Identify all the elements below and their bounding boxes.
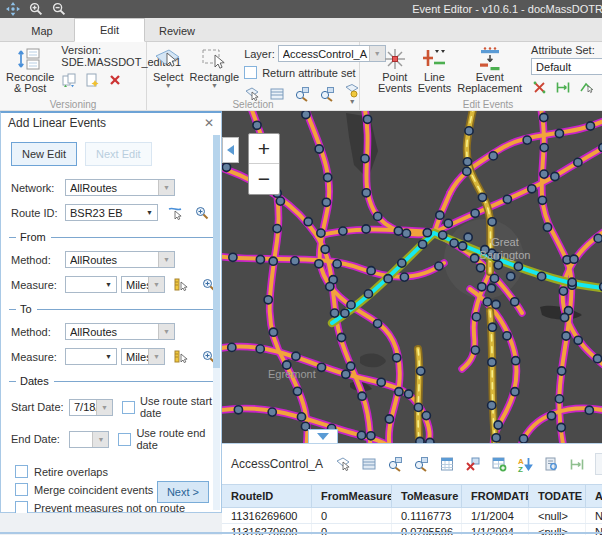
group-versioning: Reconcile & Post Version: SDE.MASSDOT_ed…: [0, 42, 147, 110]
chevron-down-icon: ▼: [101, 277, 116, 292]
table-pan-selection-icon[interactable]: [413, 456, 429, 472]
svg-text:Z: Z: [518, 465, 523, 473]
split-event-icon[interactable]: [531, 79, 547, 95]
collapse-panel-button[interactable]: [222, 137, 239, 163]
close-icon[interactable]: ✕: [204, 116, 214, 130]
merge-coincident-checkbox[interactable]: [15, 483, 28, 496]
table-row[interactable]: 11316269600 0 0.1116773 1/1/2004 <null> …: [222, 508, 602, 524]
field-calculator-icon[interactable]: [439, 456, 455, 472]
event-replacement-button[interactable]: Event Replacement: [454, 44, 525, 97]
to-measure-label: Measure:: [11, 351, 65, 363]
panel-scrollbar[interactable]: [213, 135, 220, 510]
table-show-selected-icon[interactable]: [361, 456, 377, 472]
from-section-separator: From: [9, 231, 213, 243]
new-edit-button[interactable]: New Edit: [11, 142, 77, 166]
table-select-features-icon[interactable]: [335, 456, 351, 472]
zoom-to-route-icon[interactable]: [194, 205, 210, 221]
clear-table-selection-icon[interactable]: [465, 456, 481, 472]
line-events-icon: [421, 45, 447, 72]
label-great: Great: [491, 236, 519, 248]
tab-review[interactable]: Review: [145, 20, 209, 41]
select-icon: [154, 45, 182, 72]
event-range-icon[interactable]: [555, 79, 571, 95]
map-canvas[interactable]: Egremont Great Barrington + −: [222, 111, 602, 443]
label-egremont: Egremont: [268, 368, 316, 380]
end-date-combo[interactable]: ▼: [69, 431, 109, 448]
column-header[interactable]: FromMeasure: [312, 485, 392, 507]
switch-version-icon[interactable]: [61, 72, 77, 88]
add-record-icon[interactable]: [491, 456, 507, 472]
use-route-end-checkbox[interactable]: [118, 433, 131, 446]
point-events-button[interactable]: Point Events: [375, 44, 415, 97]
column-header[interactable]: AC: [586, 485, 602, 507]
route-id-combo[interactable]: BSR23 EB▼: [65, 204, 158, 221]
column-header[interactable]: RouteID: [222, 485, 312, 507]
to-method-select[interactable]: AllRoutes▼: [65, 323, 175, 340]
from-measure-on-map-icon[interactable]: [173, 277, 189, 293]
title-bar: Event Editor - v10.6.1 - docMassDOTR: [0, 0, 602, 18]
chevron-down-icon: [317, 433, 329, 440]
to-measure-on-map-icon[interactable]: [173, 349, 189, 365]
event-replacement-icon: [477, 45, 503, 72]
chevron-down-icon: ▼: [158, 324, 174, 339]
reconcile-post-button[interactable]: Reconcile & Post: [3, 44, 57, 97]
table-toolbar: AccessControl_A: [222, 444, 602, 484]
to-units-select[interactable]: Miles▼: [121, 348, 165, 365]
use-route-start-checkbox[interactable]: [122, 401, 135, 414]
reconcile-post-icon: [17, 45, 43, 72]
map-zoom-in-button[interactable]: +: [249, 134, 279, 164]
select-dropdown-caret: ▼: [165, 83, 172, 89]
select-button[interactable]: Select ▼: [150, 44, 187, 97]
zoom-out-icon[interactable]: [52, 2, 66, 16]
network-label: Network:: [11, 182, 65, 194]
pan-icon[interactable]: [6, 2, 20, 16]
line-events-button[interactable]: Line Events: [415, 44, 455, 97]
identify-record-icon[interactable]: [543, 456, 559, 472]
column-header[interactable]: FROMDATE: [462, 485, 529, 507]
from-method-select[interactable]: AllRoutes▼: [65, 251, 175, 268]
rectangle-button[interactable]: Rectangle ▼: [187, 44, 243, 97]
to-measure-combo[interactable]: ▼: [65, 348, 117, 365]
next-button[interactable]: Next >: [157, 481, 209, 503]
retire-overlaps-checkbox[interactable]: [15, 465, 28, 478]
app-title: Event Editor - v10.6.1 - docMassDOTR: [412, 3, 602, 15]
column-header[interactable]: ToMeasure: [392, 485, 462, 507]
cell: N: [586, 508, 602, 523]
from-measure-combo[interactable]: ▼: [65, 276, 117, 293]
return-attribute-set-checkbox[interactable]: [244, 66, 257, 79]
retire-overlaps-label: Retire overlaps: [34, 466, 108, 478]
chevron-left-icon: [227, 145, 234, 155]
merge-coincident-label: Merge coincident events: [34, 484, 153, 496]
start-date-combo[interactable]: 7/18/▼: [69, 399, 113, 416]
new-version-icon[interactable]: [84, 72, 100, 88]
network-select[interactable]: AllRoutes▼: [65, 179, 175, 196]
group-label-versioning: Versioning: [0, 99, 146, 110]
tab-edit[interactable]: Edit: [74, 18, 145, 42]
use-route-start-label: Use route start date: [140, 395, 221, 419]
table-zoom-selection-icon[interactable]: [387, 456, 403, 472]
end-date-label: End Date:: [11, 433, 69, 445]
collapse-table-button[interactable]: [308, 429, 338, 443]
map-zoom-out-button[interactable]: −: [249, 164, 279, 194]
start-date-label: Start Date:: [11, 401, 69, 413]
select-route-on-map-icon[interactable]: [167, 205, 183, 221]
layer-label: Layer:: [244, 48, 275, 60]
clear-selection-icon: [344, 83, 360, 99]
tab-map[interactable]: Map: [10, 20, 74, 41]
cell: 0.1116773: [392, 508, 462, 523]
add-linear-events-panel: Add Linear Events ✕ New Edit Next Edit N…: [0, 111, 222, 513]
to-method-label: Method:: [11, 326, 65, 338]
from-units-select[interactable]: Miles▼: [121, 276, 165, 293]
table-layer-select[interactable]: AccessControl_A: [231, 457, 323, 471]
table-range-icon[interactable]: [569, 456, 585, 472]
save-button[interactable]: Sa: [595, 453, 602, 475]
next-edit-button[interactable]: Next Edit: [85, 142, 152, 166]
delete-version-icon[interactable]: [107, 72, 123, 88]
attribute-set-select[interactable]: Default ▼: [531, 58, 602, 75]
chevron-down-icon: ▼: [158, 180, 174, 195]
snap-vertex-icon[interactable]: [579, 79, 595, 95]
column-header[interactable]: TODATE: [529, 485, 586, 507]
from-measure-label: Measure:: [11, 279, 65, 291]
sort-az-icon[interactable]: A Z: [517, 456, 533, 472]
zoom-in-icon[interactable]: [29, 2, 43, 16]
